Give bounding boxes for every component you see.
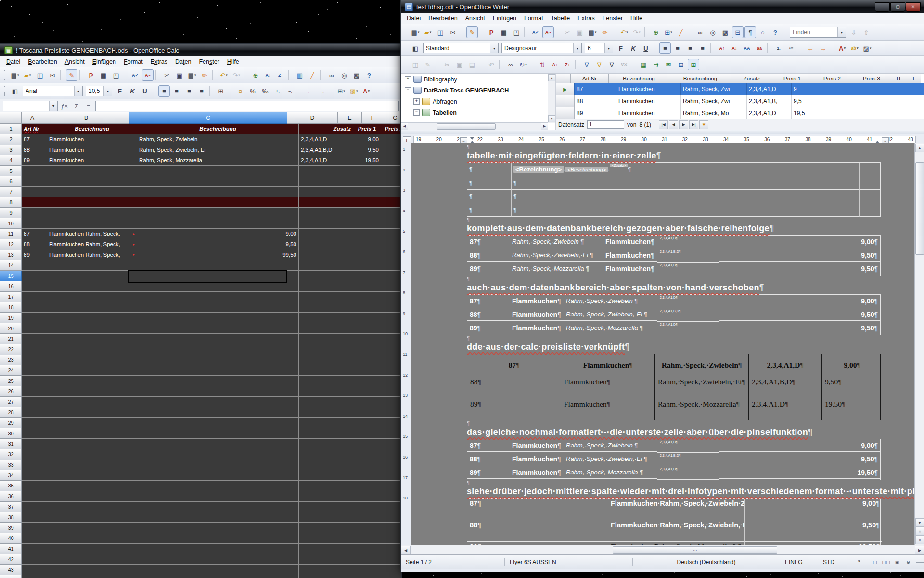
cell-A18[interactable] xyxy=(22,302,47,313)
grid-cell[interactable]: 2,3,4,A1,D xyxy=(747,83,792,95)
cell-F30[interactable] xyxy=(381,428,401,439)
grid-row-3[interactable]: 89FlammkuchenRahm, Speck, Mo2,3,4,A1,D19… xyxy=(556,107,924,119)
format-paintbrush-icon[interactable]: ✏ xyxy=(599,26,611,38)
cell-F19[interactable] xyxy=(381,313,401,323)
tree-vertical-scrollbar[interactable]: ▲▼ xyxy=(548,74,555,123)
menu-format[interactable]: Format xyxy=(120,57,147,66)
cell-D22[interactable] xyxy=(299,344,353,355)
cell-D44[interactable] xyxy=(299,575,353,578)
table-cell[interactable]: Rahm,·Speck,·Zwiebeln ¶ xyxy=(564,295,657,307)
cell-F1[interactable]: Preis 2 xyxy=(381,124,401,134)
grid-corner[interactable] xyxy=(556,74,571,83)
cell-A39[interactable] xyxy=(22,523,47,533)
undo-icon[interactable]: ↶▾ xyxy=(218,69,230,81)
table-cell[interactable]: Flammkuchen¶ xyxy=(510,439,564,452)
table-cell[interactable]: 88¶ xyxy=(467,520,608,542)
cell-C11[interactable]: 9,00 xyxy=(137,229,299,239)
grid-column-Art Nr[interactable]: Art Nr xyxy=(571,74,609,83)
paragraph-style-combo[interactable]: Standard xyxy=(423,43,499,53)
cell-D20[interactable] xyxy=(299,323,353,334)
cell-C12[interactable]: 9,50 xyxy=(137,239,299,250)
cell-E17[interactable] xyxy=(353,292,381,302)
table-cell[interactable]: ¶ xyxy=(467,190,512,203)
bold-icon[interactable]: F xyxy=(114,85,126,97)
calc-spreadsheet-grid[interactable]: ABCDEFG1Art NrBezeichnungBeschreibungZus… xyxy=(0,112,401,578)
db-field-chip[interactable]: <Beschreibung> xyxy=(565,167,608,172)
tree-horizontal-scrollbar[interactable]: ◀▶ xyxy=(401,122,548,130)
table-cell[interactable]: 87¶ xyxy=(467,295,510,307)
document-heading[interactable]: auch·aus·dem·datenbankbereich·aber·spalt… xyxy=(467,283,881,293)
grid-column-I[interactable]: I xyxy=(906,74,921,83)
cell-F33[interactable] xyxy=(381,460,401,471)
grid-cell[interactable]: Rahm, Speck, Zwi xyxy=(681,95,747,107)
row-header-36[interactable]: 36 xyxy=(0,491,22,502)
cell-C37[interactable] xyxy=(137,502,299,512)
cell-C24[interactable] xyxy=(137,365,299,376)
cut-icon[interactable]: ✂ xyxy=(441,59,453,70)
cut-icon[interactable]: ✂ xyxy=(161,69,173,81)
cell-E14[interactable] xyxy=(353,260,381,271)
row-header-39[interactable]: 39 xyxy=(0,523,22,533)
cell-C2[interactable]: Rahm, Speck, Zwiebeln xyxy=(137,134,299,145)
cell-F7[interactable] xyxy=(381,187,401,197)
cell-F37[interactable] xyxy=(381,502,401,512)
row-header-10[interactable]: 10 xyxy=(0,218,22,229)
tree-item-tabellen[interactable]: −Tabellen xyxy=(401,107,555,118)
scroll-right-icon[interactable]: ▶ xyxy=(915,546,924,554)
grid-cell[interactable] xyxy=(879,83,922,95)
row-header-42[interactable]: 42 xyxy=(0,554,22,565)
writer-titlebar[interactable]: ▤ test fdhsg.odt - OpenOffice Writer —▢✕ xyxy=(401,0,924,13)
row-header-35[interactable]: 35 xyxy=(0,481,22,491)
grid-column-Beschreibung[interactable]: Beschreibung xyxy=(669,74,732,83)
table-cell[interactable]: 9,50¶ xyxy=(719,453,880,465)
row-header-5[interactable]: 5 xyxy=(0,166,22,176)
writer-window[interactable]: ▤ test fdhsg.odt - OpenOffice Writer —▢✕… xyxy=(400,0,924,572)
merge-cells-icon[interactable]: ⊞ xyxy=(215,85,227,97)
grid-cell[interactable]: 87 xyxy=(575,83,616,95)
cell-C26[interactable] xyxy=(137,386,299,397)
grid-cell[interactable]: Flammkuchen xyxy=(616,107,681,119)
cell-E10[interactable] xyxy=(353,218,381,229)
row-header-22[interactable]: 22 xyxy=(0,344,22,355)
table-cell[interactable]: Flammkuchen¶ xyxy=(510,466,564,479)
copy-icon[interactable]: ▣ xyxy=(574,26,586,38)
cell-C17[interactable] xyxy=(137,292,299,302)
cell-B41[interactable] xyxy=(47,544,137,554)
paste-icon[interactable]: ▤ xyxy=(466,59,478,70)
vertical-ruler[interactable]: 123456789101112131415161718 xyxy=(401,143,411,545)
cell-B44[interactable] xyxy=(47,575,137,578)
grid-cell[interactable]: 89 xyxy=(575,107,616,119)
cell-F24[interactable] xyxy=(381,365,401,376)
row-selector[interactable] xyxy=(556,95,575,107)
previous-page-icon[interactable]: « xyxy=(915,527,924,536)
tree-expander-icon[interactable]: − xyxy=(405,87,411,93)
table-cell[interactable]: 89¶ xyxy=(467,322,510,334)
cell-A10[interactable] xyxy=(22,218,47,229)
first-line-indent-marker[interactable] xyxy=(470,137,475,140)
cell-F9[interactable] xyxy=(381,208,401,218)
cell-F4[interactable] xyxy=(381,155,401,166)
table-cell[interactable]: 2,3,4,A1,D¶ xyxy=(749,354,822,376)
cell-C43[interactable] xyxy=(137,565,299,575)
cell-F39[interactable] xyxy=(381,523,401,533)
borders-icon[interactable]: ⊞▾ xyxy=(335,85,347,97)
refresh-icon[interactable]: ↻▾ xyxy=(517,59,529,70)
cell-F10[interactable] xyxy=(381,218,401,229)
cell-C35[interactable] xyxy=(137,481,299,491)
table-cell[interactable]: Flammkuchen¶ xyxy=(510,453,564,465)
calc-titlebar[interactable]: ▦ ! Toscana Preisliste GENGENBACH.ods - … xyxy=(0,44,401,56)
cell-B4[interactable]: Flammkuchen xyxy=(47,155,137,166)
previous-record-button[interactable]: ◀ xyxy=(669,120,678,129)
table-cell[interactable]: Flammkuchen¶ xyxy=(603,236,657,248)
cell-C4[interactable]: Rahm, Speck, Mozzarella xyxy=(137,155,299,166)
cell-E40[interactable] xyxy=(353,533,381,544)
cell-D23[interactable] xyxy=(299,355,353,366)
cell-D18[interactable] xyxy=(299,302,353,313)
cell-B26[interactable] xyxy=(47,386,137,397)
row-header-16[interactable]: 16 xyxy=(0,281,22,292)
cell-A17[interactable] xyxy=(22,292,47,302)
cell-A22[interactable] xyxy=(22,344,47,355)
table-cell[interactable]: 2,3,4,A1,D¶ xyxy=(657,322,719,335)
hyperlink-icon[interactable]: ⊕ xyxy=(650,26,662,38)
row-header-6[interactable]: 6 xyxy=(0,176,22,187)
